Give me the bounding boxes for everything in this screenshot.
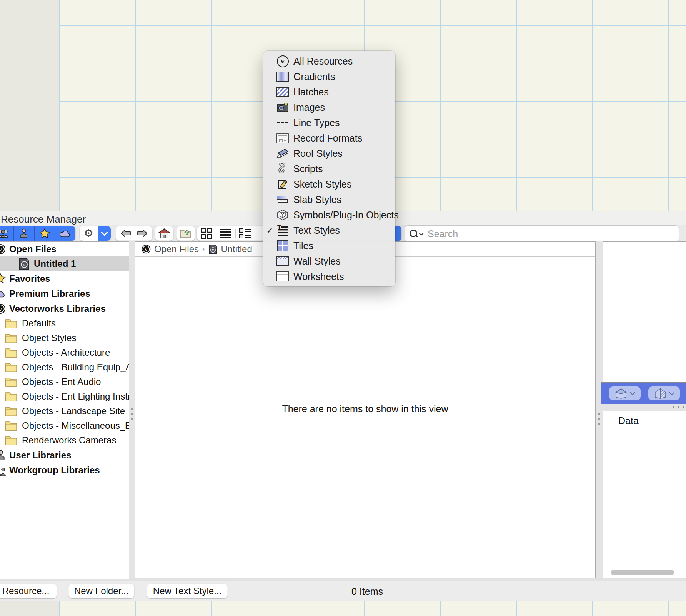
sidebar-folder-objects-ent-audio[interactable]: Objects - Ent Audio: [0, 375, 129, 389]
sidebar-folder-label: Objects - Landscape Site: [22, 406, 125, 416]
library-source-segmented-control[interactable]: [0, 226, 75, 241]
user-icon: [0, 450, 5, 461]
sidebar-item-label: Favorites: [9, 273, 50, 284]
user-segment[interactable]: [13, 226, 34, 241]
settings-dropdown-button[interactable]: [98, 226, 111, 241]
sidebar-item-open-files[interactable]: v Open Files: [0, 242, 129, 256]
menu-item-all-resources[interactable]: v All Resources: [263, 53, 395, 69]
vectorworks-circle-icon: v: [276, 55, 289, 67]
page-margin: [0, 0, 60, 211]
preview-3d-view-button[interactable]: [609, 386, 641, 400]
symbol-cube-icon: [276, 209, 289, 221]
page-margin: [0, 600, 60, 616]
sidebar-item-label: Premium Libraries: [9, 288, 90, 299]
sidebar-folder-objects-miscellaneous[interactable]: Objects - Miscellaneous_E: [0, 418, 129, 433]
menu-item-record-formats[interactable]: Record Formats: [263, 130, 395, 146]
folder-icon: [5, 318, 17, 329]
sidebar-folder-label: Object Styles: [22, 333, 76, 343]
sidebar-folder-object-styles[interactable]: Object Styles: [0, 331, 129, 345]
chevron-down-icon: [630, 390, 635, 395]
open-file-button[interactable]: [176, 226, 195, 241]
back-arrow-icon[interactable]: [120, 229, 131, 238]
menu-item-sketch-styles[interactable]: Sketch Styles: [263, 176, 395, 192]
folder-icon: [5, 376, 17, 387]
sidebar-folder-renderworks-cameras[interactable]: Renderworks Cameras: [0, 433, 129, 448]
favorites-star-icon: [39, 228, 50, 239]
sidebar-item-user-libraries[interactable]: User Libraries: [0, 448, 129, 463]
sidebar-item-favorites[interactable]: Favorites: [0, 271, 129, 286]
menu-item-scripts[interactable]: Scripts: [263, 161, 395, 176]
data-pane-header: Data: [618, 415, 639, 426]
settings-split-button[interactable]: ⚙: [80, 226, 111, 241]
column-divider: [681, 413, 681, 426]
menu-item-hatches[interactable]: Hatches: [263, 84, 395, 100]
preview-and-data-panel: Data: [603, 241, 686, 578]
workgroup-icon: [0, 466, 7, 477]
search-icon: [410, 230, 418, 238]
items-count: 0 Items: [335, 586, 400, 597]
grid-view-icon[interactable]: [201, 228, 212, 239]
sidebar-item-premium-libraries[interactable]: Premium Libraries: [0, 286, 129, 301]
menu-item-images[interactable]: Images: [263, 100, 395, 115]
gear-icon[interactable]: ⚙: [80, 226, 98, 241]
panel-resize-strip[interactable]: [601, 404, 686, 411]
preview-section-view-button[interactable]: [648, 386, 680, 400]
sidebar-splitter[interactable]: [129, 241, 135, 578]
favorites-segment[interactable]: [34, 226, 55, 241]
new-resource-button[interactable]: Resource...: [0, 584, 57, 598]
menu-item-symbols[interactable]: Symbols/Plug-In Objects: [263, 207, 395, 223]
home-button[interactable]: [155, 226, 173, 241]
workgroup-segment[interactable]: [0, 226, 13, 241]
divider: [235, 229, 236, 238]
data-pane: Data: [603, 411, 686, 578]
divider: [134, 229, 134, 238]
search-field[interactable]: [405, 225, 679, 242]
resource-browser-pane[interactable]: v Open Files › v Untitled There are no i…: [135, 241, 596, 578]
new-text-style-button[interactable]: New Text Style...: [147, 584, 228, 598]
folder-open-icon: [180, 228, 192, 239]
sidebar-folder-label: Objects - Building Equip_A: [22, 362, 129, 373]
breadcrumb-current[interactable]: Untitled: [221, 244, 252, 255]
list-view-icon[interactable]: [220, 228, 232, 239]
divider: [216, 229, 216, 238]
menu-item-wall-styles[interactable]: Wall Styles: [263, 253, 395, 269]
menu-item-slab-styles[interactable]: Slab Styles: [263, 192, 395, 207]
new-folder-button[interactable]: New Folder...: [68, 584, 134, 598]
sidebar-folder-objects-ent-lighting[interactable]: Objects - Ent Lighting Instr: [0, 389, 129, 404]
pencil-frame-icon: [276, 178, 289, 190]
sidebar-item-untitled-1[interactable]: v Untitled 1: [0, 256, 129, 271]
sidebar-item-vectorworks-libraries[interactable]: v Vectorworks Libraries: [0, 301, 129, 316]
camera-icon: [276, 101, 289, 113]
menu-item-worksheets[interactable]: Worksheets: [263, 269, 395, 284]
svg-text:v: v: [0, 246, 2, 253]
sidebar-item-label: User Libraries: [9, 450, 71, 461]
bottom-bar: Resource... New Folder... New Text Style…: [0, 581, 686, 601]
search-input[interactable]: [427, 228, 679, 240]
detail-view-icon[interactable]: [239, 228, 251, 239]
breadcrumb-root[interactable]: Open Files: [154, 244, 199, 255]
nav-back-forward[interactable]: [115, 226, 152, 241]
search-scope-chevron-icon[interactable]: [419, 231, 424, 236]
sidebar-folder-objects-landscape-site[interactable]: Objects - Landscape Site: [0, 404, 129, 418]
menu-item-roof-styles[interactable]: Roof Styles: [263, 146, 395, 161]
menu-item-tiles[interactable]: Tiles: [263, 238, 395, 253]
sidebar-item-workgroup-libraries[interactable]: Workgroup Libraries: [0, 463, 129, 478]
forward-arrow-icon[interactable]: [137, 229, 148, 238]
premium-cloud-segment[interactable]: [55, 226, 75, 241]
menu-item-gradients[interactable]: Gradients: [263, 69, 395, 84]
window-title: Resource Manager: [1, 213, 86, 225]
resource-type-filter-button[interactable]: [395, 226, 401, 241]
new-resource-label: Resource...: [2, 586, 50, 596]
folder-icon: [5, 435, 17, 446]
vectorworks-circle-icon: v: [0, 303, 6, 315]
menu-item-line-types[interactable]: Line Types: [263, 115, 395, 130]
sidebar-folder-objects-architecture[interactable]: Objects - Architecture: [0, 345, 129, 360]
cloud-icon: [0, 288, 6, 300]
preview-mode-bar: [601, 382, 686, 404]
view-mode-buttons[interactable]: [197, 226, 265, 241]
horizontal-scrollbar[interactable]: [611, 570, 674, 575]
sidebar-item-label: Workgroup Libraries: [9, 465, 100, 476]
sidebar-folder-objects-building-equip[interactable]: Objects - Building Equip_A: [0, 360, 129, 375]
menu-item-text-styles[interactable]: ✓ T Text Styles: [263, 223, 395, 238]
sidebar-folder-defaults[interactable]: Defaults: [0, 316, 129, 331]
